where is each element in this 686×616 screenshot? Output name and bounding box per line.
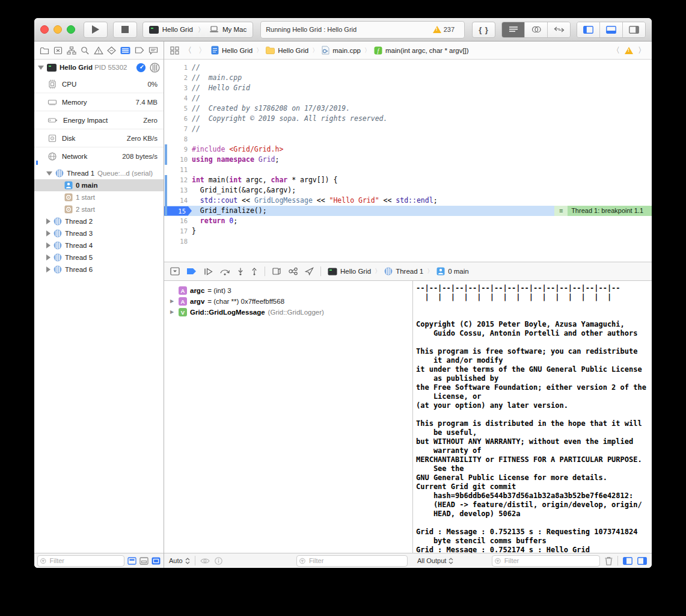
run-button[interactable] bbox=[84, 22, 108, 38]
disclosure-down-icon[interactable] bbox=[46, 171, 52, 176]
variables-scope-popup[interactable]: Auto bbox=[169, 557, 190, 564]
code-line[interactable]: 9#include <Grid/Grid.h> bbox=[164, 144, 652, 155]
version-editor-button[interactable] bbox=[548, 22, 570, 37]
code-line[interactable]: 8 bbox=[164, 134, 652, 144]
standard-editor-button[interactable] bbox=[502, 22, 525, 37]
console-filter-field[interactable] bbox=[492, 555, 600, 567]
code-line[interactable]: 12int main(int argc, char * argv[]) { bbox=[164, 175, 652, 185]
toggle-variables-view-icon[interactable] bbox=[623, 557, 632, 565]
thread-row[interactable]: Thread 3 bbox=[34, 227, 164, 239]
thread-row[interactable]: Thread 5 bbox=[34, 251, 164, 263]
line-number[interactable]: 6 bbox=[164, 114, 192, 124]
debug-crumb-item[interactable]: 0 main bbox=[448, 268, 469, 275]
navigator-filter-input[interactable] bbox=[49, 556, 121, 565]
toggle-navigator-button[interactable] bbox=[577, 22, 600, 37]
variable-row[interactable]: ▶VGrid::GridLogMessage(Grid::GridLogger) bbox=[164, 307, 412, 318]
library-button[interactable]: { } bbox=[472, 22, 495, 38]
jumpbar-item[interactable]: main(int argc, char * argv[]) bbox=[385, 47, 469, 54]
code-line[interactable]: 2// main.cpp bbox=[164, 73, 652, 83]
variable-row[interactable]: ▶Aargv= (char **) 0x7ffeefbff568 bbox=[164, 296, 412, 307]
gauges-toggle-icon[interactable] bbox=[136, 63, 146, 73]
gauge-row-cpu[interactable]: CPU0% bbox=[34, 75, 164, 93]
code-line[interactable]: 17} bbox=[164, 226, 652, 236]
disclosure-right-icon[interactable]: ▶ bbox=[170, 307, 176, 318]
disclosure-right-icon[interactable] bbox=[46, 242, 51, 248]
line-number[interactable]: 16 bbox=[164, 216, 192, 226]
jumpbar-item[interactable]: main.cpp bbox=[332, 47, 361, 54]
debug-crumb-item[interactable]: Hello Grid bbox=[340, 268, 371, 275]
symbol-navigator-icon[interactable] bbox=[67, 46, 76, 55]
line-number[interactable]: 15 bbox=[164, 206, 192, 216]
disclosure-right-icon[interactable] bbox=[46, 230, 51, 236]
line-number[interactable]: 14 bbox=[164, 196, 192, 206]
project-navigator-icon[interactable] bbox=[40, 46, 49, 55]
console-output-popup[interactable]: All Output bbox=[417, 557, 453, 564]
disclosure-right-icon[interactable]: ▶ bbox=[170, 296, 176, 307]
step-into-button[interactable] bbox=[237, 268, 244, 276]
report-navigator-icon[interactable] bbox=[149, 46, 158, 55]
quicklook-eye-icon[interactable] bbox=[200, 558, 210, 564]
line-number[interactable]: 18 bbox=[164, 236, 192, 247]
view-mode-icon[interactable] bbox=[139, 557, 149, 565]
line-number[interactable]: 7 bbox=[164, 124, 192, 134]
stack-frame-row[interactable]: 1 start bbox=[34, 191, 164, 203]
navigator-filter-field[interactable] bbox=[37, 555, 124, 567]
stack-frame-row[interactable]: 0 main bbox=[34, 179, 164, 191]
thread-row[interactable]: Thread 1Queue:...d (serial) bbox=[34, 167, 164, 179]
code-line[interactable]: 15 Grid_finalize();≡Thread 1: breakpoint… bbox=[164, 206, 652, 216]
breakpoint-annotation[interactable]: ≡Thread 1: breakpoint 1.1 bbox=[554, 206, 652, 216]
thread-row[interactable]: Thread 6 bbox=[34, 263, 164, 276]
stack-frame-row[interactable]: 2 start bbox=[34, 203, 164, 215]
gauge-row-memory[interactable]: Memory7.4 MB bbox=[34, 93, 164, 111]
issue-navigator-icon[interactable] bbox=[94, 46, 103, 55]
code-line[interactable]: 16 return 0; bbox=[164, 216, 652, 226]
disclosure-right-icon[interactable] bbox=[46, 254, 51, 260]
thread-row[interactable]: Thread 4 bbox=[34, 239, 164, 251]
jumpbar-item[interactable]: Hello Grid bbox=[222, 47, 253, 54]
variables-view[interactable]: Aargc= (int) 3▶Aargv= (char **) 0x7ffeef… bbox=[164, 281, 413, 553]
code-line[interactable]: 6// Copyright © 2019 sopa. All rights re… bbox=[164, 114, 652, 124]
breakpoint-marker[interactable]: 15 bbox=[164, 206, 192, 216]
scheme-selector[interactable]: Hello Grid 〉 My Mac bbox=[142, 22, 253, 38]
code-line[interactable]: 4// bbox=[164, 93, 652, 103]
simulate-location-button[interactable] bbox=[305, 267, 314, 276]
disclosure-down-icon[interactable] bbox=[38, 66, 44, 70]
line-number[interactable]: 13 bbox=[164, 185, 192, 196]
line-number[interactable]: 2 bbox=[164, 73, 192, 83]
source-editor[interactable]: 1//2// main.cpp3// Hello Grid4//5// Crea… bbox=[164, 60, 652, 262]
back-button[interactable]: 〈 bbox=[182, 45, 194, 56]
stop-button[interactable] bbox=[113, 22, 137, 38]
variables-filter-field[interactable] bbox=[296, 555, 408, 567]
test-navigator-icon[interactable] bbox=[107, 46, 116, 55]
jumpbar-item[interactable]: Hello Grid bbox=[278, 47, 308, 54]
memory-graph-button[interactable] bbox=[288, 267, 298, 276]
code-line[interactable]: 14 std::cout << GridLogMessage << "Hello… bbox=[164, 196, 652, 206]
line-number[interactable]: 11 bbox=[164, 165, 192, 175]
code-line[interactable]: 10using namespace Grid; bbox=[164, 155, 652, 165]
process-row[interactable]: Hello Grid PID 55302 bbox=[34, 60, 164, 75]
line-number[interactable]: 10 bbox=[164, 155, 192, 165]
gauge-row-disk[interactable]: DiskZero KB/s bbox=[34, 129, 164, 147]
next-issue-button[interactable]: 〉 bbox=[638, 45, 646, 56]
threads-toggle-icon[interactable] bbox=[150, 63, 160, 73]
forward-button[interactable]: 〉 bbox=[197, 45, 208, 56]
debug-navigator-icon[interactable] bbox=[120, 46, 130, 55]
disclosure-right-icon[interactable] bbox=[46, 218, 51, 224]
code-line[interactable]: 3// Hello Grid bbox=[164, 83, 652, 93]
line-number[interactable]: 5 bbox=[164, 103, 192, 114]
variables-filter-input[interactable] bbox=[308, 556, 405, 565]
hide-debug-area-button[interactable] bbox=[170, 267, 180, 276]
trash-icon[interactable] bbox=[605, 556, 613, 565]
close-window-button[interactable] bbox=[40, 25, 49, 34]
continue-button[interactable] bbox=[203, 268, 213, 276]
code-line[interactable]: 1// bbox=[164, 63, 652, 73]
find-navigator-icon[interactable] bbox=[81, 46, 90, 55]
toggle-debug-area-button[interactable] bbox=[600, 22, 623, 37]
line-number[interactable]: 9 bbox=[164, 144, 192, 155]
source-control-navigator-icon[interactable] bbox=[54, 46, 63, 55]
line-number[interactable]: 17 bbox=[164, 226, 192, 236]
gauge-row-energy-impact[interactable]: Energy ImpactZero bbox=[34, 111, 164, 129]
breakpoint-navigator-icon[interactable] bbox=[135, 46, 144, 54]
variable-row[interactable]: Aargc= (int) 3 bbox=[164, 285, 412, 296]
toggle-inspector-button[interactable] bbox=[623, 22, 645, 37]
